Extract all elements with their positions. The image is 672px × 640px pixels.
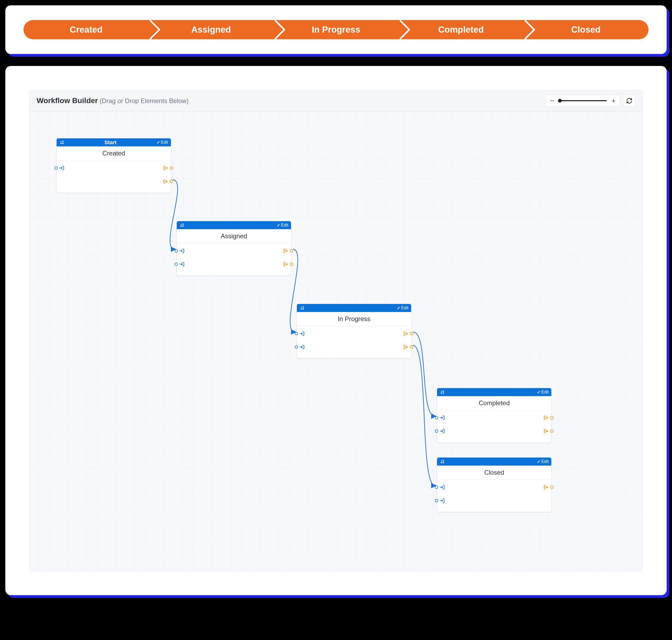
port-dot-icon	[175, 263, 178, 266]
zoom-in-button[interactable]: +	[611, 97, 616, 105]
progress-step-inprogress[interactable]: In Progress	[273, 20, 399, 39]
input-port[interactable]	[435, 498, 445, 503]
edit-label: Edit	[401, 306, 408, 310]
node-label: Closed	[437, 466, 551, 480]
input-port[interactable]	[175, 262, 185, 267]
input-port[interactable]	[295, 344, 305, 350]
output-port[interactable]	[543, 428, 553, 434]
node-body	[297, 326, 411, 358]
workflow-node-completed[interactable]: xEditCompleted	[437, 388, 552, 442]
port-dot-icon	[435, 485, 438, 489]
edit-node-button[interactable]: Edit	[277, 223, 288, 228]
drag-handle-icon[interactable]	[60, 140, 64, 145]
port-dot-icon	[290, 263, 293, 266]
workflow-node-assigned[interactable]: xEditAssigned	[177, 221, 291, 276]
output-port[interactable]	[403, 331, 413, 336]
builder-tools: − +	[546, 94, 636, 107]
output-port[interactable]	[283, 262, 293, 267]
node-body	[57, 161, 171, 193]
edit-node-button[interactable]: Edit	[157, 140, 168, 145]
input-port[interactable]	[435, 484, 445, 490]
node-label: Assigned	[177, 229, 291, 243]
port-dot-icon	[550, 430, 553, 433]
node-head-title: Start	[66, 140, 154, 146]
progress-step-created[interactable]: Created	[24, 20, 149, 39]
builder-subtitle: (Drag or Drop Elements Below)	[100, 97, 189, 104]
zoom-slider-track[interactable]	[559, 100, 607, 101]
workflow-node-closed[interactable]: xEditClosed	[437, 457, 552, 512]
workflow-builder-card: Workflow Builder (Drag or Drop Elements …	[5, 66, 667, 595]
drag-handle-icon[interactable]	[180, 223, 184, 227]
builder-header: Workflow Builder (Drag or Drop Elements …	[30, 90, 642, 111]
edit-label: Edit	[281, 223, 288, 228]
port-dot-icon	[410, 332, 413, 335]
input-port[interactable]	[295, 331, 305, 336]
port-dot-icon	[550, 485, 553, 489]
input-port[interactable]	[175, 248, 185, 253]
output-port[interactable]	[543, 484, 553, 490]
workflow-builder: Workflow Builder (Drag or Drop Elements …	[29, 90, 643, 571]
port-dot-icon	[435, 499, 438, 502]
input-port[interactable]	[435, 428, 445, 434]
input-port[interactable]	[55, 165, 65, 171]
node-header[interactable]: xEdit	[437, 388, 551, 396]
edit-label: Edit	[541, 390, 549, 394]
progress-bar: Created Assigned In Progress Completed C…	[24, 20, 648, 39]
edit-node-button[interactable]: Edit	[537, 459, 549, 464]
port-dot-icon	[170, 180, 173, 183]
edit-label: Edit	[161, 140, 168, 145]
node-header[interactable]: xEdit	[437, 457, 551, 466]
refresh-icon	[626, 98, 632, 104]
node-header[interactable]: xEdit	[177, 221, 291, 229]
node-header[interactable]: StartEdit	[57, 139, 171, 146]
node-body	[177, 243, 291, 275]
zoom-control[interactable]: − +	[546, 95, 620, 107]
edit-label: Edit	[541, 459, 549, 464]
refresh-button[interactable]	[623, 94, 636, 107]
node-label: Completed	[437, 396, 551, 410]
input-port[interactable]	[435, 415, 445, 420]
progress-card: Created Assigned In Progress Completed C…	[5, 5, 667, 54]
zoom-out-button[interactable]: −	[549, 97, 555, 105]
node-body	[437, 480, 551, 512]
node-label: Created	[57, 146, 171, 161]
output-port[interactable]	[403, 344, 413, 350]
output-port[interactable]	[163, 179, 173, 184]
port-dot-icon	[290, 249, 293, 252]
node-header[interactable]: xEdit	[297, 304, 411, 312]
port-dot-icon	[295, 332, 298, 335]
progress-step-assigned[interactable]: Assigned	[148, 20, 274, 39]
port-dot-icon	[550, 416, 553, 419]
port-dot-icon	[435, 430, 438, 433]
builder-canvas[interactable]: StartEditCreatedxEditAssignedxEditIn Pro…	[30, 111, 642, 571]
workflow-node-in-progress[interactable]: xEditIn Progress	[297, 304, 412, 359]
port-dot-icon	[295, 345, 298, 349]
output-port[interactable]	[163, 165, 173, 171]
drag-handle-icon[interactable]	[300, 306, 304, 310]
progress-step-closed[interactable]: Closed	[523, 20, 648, 39]
drag-handle-icon[interactable]	[440, 390, 445, 394]
zoom-slider-thumb[interactable]	[558, 99, 562, 103]
port-dot-icon	[435, 416, 438, 419]
progress-step-completed[interactable]: Completed	[398, 20, 524, 39]
node-label: In Progress	[297, 312, 411, 326]
edit-node-button[interactable]: Edit	[397, 306, 408, 310]
port-dot-icon	[55, 166, 58, 170]
node-body	[437, 410, 551, 442]
port-dot-icon	[410, 345, 413, 349]
builder-title: Workflow Builder	[36, 97, 98, 105]
port-dot-icon	[170, 166, 173, 170]
edit-node-button[interactable]: Edit	[537, 390, 549, 394]
builder-title-wrap: Workflow Builder (Drag or Drop Elements …	[36, 97, 189, 105]
output-port[interactable]	[283, 248, 293, 253]
output-port[interactable]	[543, 415, 553, 420]
workflow-node-created[interactable]: StartEditCreated	[56, 138, 171, 193]
port-dot-icon	[175, 249, 178, 252]
drag-handle-icon[interactable]	[440, 460, 445, 464]
